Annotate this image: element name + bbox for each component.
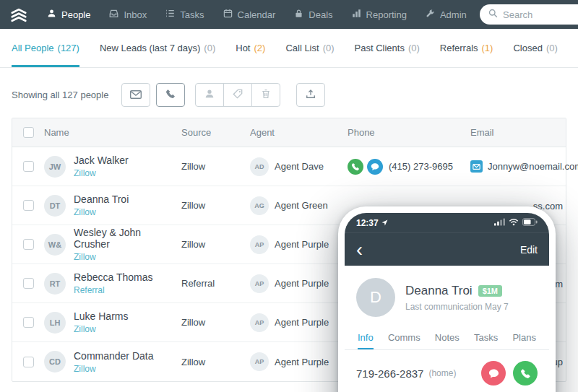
source-cell: Zillow xyxy=(181,317,250,328)
search-box[interactable] xyxy=(480,4,578,25)
person-icon xyxy=(47,9,56,20)
tab-tasks[interactable]: Tasks xyxy=(474,327,498,349)
call-action-button[interactable] xyxy=(156,83,185,107)
edit-button[interactable]: Edit xyxy=(520,244,538,256)
tab-label: Past Clients xyxy=(355,43,405,53)
person-name[interactable]: Commander Data xyxy=(74,350,154,362)
nav-item-calendar[interactable]: Calendar xyxy=(214,0,285,29)
nav-label: Tasks xyxy=(180,9,204,20)
avatar: CD xyxy=(44,351,66,373)
email-address[interactable]: Jonnyw@noemail.com xyxy=(488,161,578,172)
tab-referrals[interactable]: Referrals (1) xyxy=(440,29,493,67)
nav-item-tasks[interactable]: Tasks xyxy=(156,0,213,29)
mobile-app-mockup: 12:37 ‹ Edit D Deanna Troi $1M Last comm… xyxy=(338,206,556,392)
contact-phone-type: (home) xyxy=(428,368,456,378)
tasks-icon xyxy=(165,9,175,20)
tab-past-clients[interactable]: Past Clients (0) xyxy=(355,29,420,67)
agent-name: Agent Purple xyxy=(275,278,329,289)
select-all-checkbox[interactable] xyxy=(23,127,34,138)
email-action-button[interactable] xyxy=(121,83,150,107)
row-checkbox[interactable] xyxy=(23,239,34,250)
table-row[interactable]: JW Jack Walker Zillow Zillow AD Agent Da… xyxy=(12,147,566,186)
call-button[interactable] xyxy=(513,361,538,386)
column-agent[interactable]: Agent xyxy=(250,127,348,138)
person-name[interactable]: Rebecca Thomas xyxy=(74,271,152,283)
tab-comms[interactable]: Comms xyxy=(388,327,420,349)
tab-notes[interactable]: Notes xyxy=(435,327,460,349)
list-toolbar: Showing all 127 people xyxy=(0,68,578,116)
calendar-icon xyxy=(223,9,233,20)
cellular-signal-icon xyxy=(494,218,505,228)
nav-item-reporting[interactable]: Reporting xyxy=(342,0,416,29)
people-list-tabs: All People (127) New Leads (last 7 days)… xyxy=(0,29,578,68)
tab-count: (127) xyxy=(58,43,79,53)
nav-label: Admin xyxy=(440,9,467,20)
column-email[interactable]: Email xyxy=(470,127,566,138)
back-chevron-icon[interactable]: ‹ xyxy=(356,242,363,258)
tab-new-leads[interactable]: New Leads (last 7 days) (0) xyxy=(100,29,215,67)
tag-button[interactable] xyxy=(223,83,252,107)
nav-item-people[interactable]: People xyxy=(38,0,100,29)
agent-avatar: AP xyxy=(250,313,269,332)
tag-icon xyxy=(233,89,243,102)
mobile-status-bar: 12:37 xyxy=(345,213,549,232)
tab-call-list[interactable]: Call List (0) xyxy=(285,29,334,67)
nav-item-deals[interactable]: Deals xyxy=(285,0,342,29)
tab-hot[interactable]: Hot (2) xyxy=(236,29,265,67)
text-message-button[interactable] xyxy=(481,361,506,386)
tab-count: (0) xyxy=(546,43,558,53)
bar-chart-icon xyxy=(352,9,361,20)
row-checkbox[interactable] xyxy=(23,317,34,328)
row-checkbox[interactable] xyxy=(23,200,34,211)
search-input[interactable] xyxy=(503,9,568,20)
showing-count-text: Showing all 127 people xyxy=(12,90,108,100)
call-icon[interactable] xyxy=(348,159,363,175)
table-header: Name Source Agent Phone Email xyxy=(12,118,566,147)
location-arrow-icon xyxy=(381,218,388,228)
column-source[interactable]: Source xyxy=(181,127,250,138)
battery-icon xyxy=(522,218,538,228)
column-phone[interactable]: Phone xyxy=(348,127,470,138)
agent-avatar: AP xyxy=(250,235,269,254)
nav-item-inbox[interactable]: Inbox xyxy=(100,0,156,29)
row-checkbox[interactable] xyxy=(23,161,34,172)
phone-icon xyxy=(165,89,176,102)
tab-info[interactable]: Info xyxy=(358,327,374,349)
tab-count: (1) xyxy=(482,43,493,53)
tab-label: Call List xyxy=(285,43,319,53)
tab-label: All People xyxy=(12,43,54,53)
phone-number[interactable]: (415) 273-9695 xyxy=(389,161,453,172)
person-name[interactable]: Wesley & John Crusher xyxy=(74,227,174,250)
chat-icon[interactable] xyxy=(367,159,383,175)
last-communication-text: Last communication May 7 xyxy=(405,302,509,312)
assign-person-button[interactable] xyxy=(195,83,224,107)
row-checkbox[interactable] xyxy=(23,278,34,289)
envelope-icon xyxy=(130,89,142,102)
tab-closed[interactable]: Closed (0) xyxy=(513,29,557,67)
person-name[interactable]: Luke Harms xyxy=(74,310,128,322)
person-icon xyxy=(204,89,215,102)
bulk-actions-group xyxy=(195,83,280,107)
tab-label: New Leads (last 7 days) xyxy=(100,43,200,53)
tab-plans[interactable]: Plans xyxy=(512,327,536,349)
agent-name: Agent Dave xyxy=(275,161,324,172)
app-logo-icon[interactable] xyxy=(10,7,27,22)
person-name[interactable]: Jack Walker xyxy=(74,154,129,166)
row-checkbox[interactable] xyxy=(23,357,34,367)
nav-item-admin[interactable]: Admin xyxy=(416,0,476,29)
person-sub-source: Zillow xyxy=(74,364,154,374)
person-name[interactable]: Deanna Troi xyxy=(74,193,129,205)
status-time: 12:37 xyxy=(356,218,379,228)
nav-label: Inbox xyxy=(124,9,147,20)
delete-button[interactable] xyxy=(251,83,280,107)
tab-label: Hot xyxy=(236,43,250,53)
agent-avatar: AD xyxy=(250,157,269,176)
column-name[interactable]: Name xyxy=(44,127,181,138)
tab-all-people[interactable]: All People (127) xyxy=(12,29,79,67)
avatar: RT xyxy=(44,273,66,295)
export-button[interactable] xyxy=(296,83,325,107)
email-icon[interactable] xyxy=(470,160,483,173)
search-icon xyxy=(488,8,498,21)
contact-phone-number: 719-266-2837 xyxy=(356,367,423,380)
avatar: JW xyxy=(44,156,66,178)
